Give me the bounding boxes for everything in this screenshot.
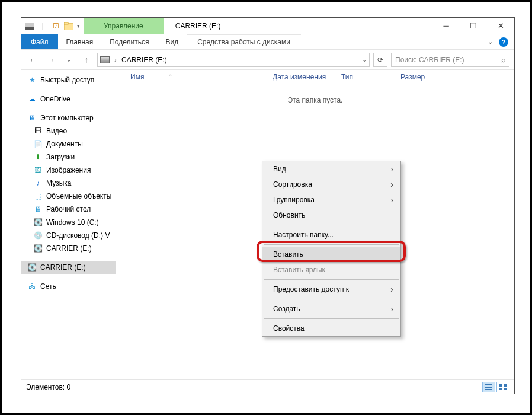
- nav-up-button[interactable]: ↑: [79, 53, 94, 67]
- minimize-button[interactable]: ─: [432, 18, 460, 34]
- chevron-right-icon: ›: [390, 285, 393, 294]
- svg-rect-3: [64, 22, 68, 24]
- column-size[interactable]: Размер: [396, 73, 449, 81]
- sidebar-item-downloads[interactable]: ⬇Загрузки: [21, 151, 116, 164]
- ribbon-tab-view[interactable]: Вид: [157, 34, 187, 49]
- context-item-new[interactable]: Создать›: [262, 301, 400, 317]
- nav-back-button[interactable]: ←: [26, 53, 40, 67]
- separator: [264, 244, 399, 245]
- network-icon: 🖧: [27, 282, 37, 291]
- context-item-refresh[interactable]: Обновить: [262, 208, 400, 223]
- svg-rect-5: [485, 387, 492, 388]
- nav-history-icon[interactable]: ⌄: [62, 53, 76, 67]
- nav-forward-button[interactable]: →: [44, 53, 58, 67]
- sidebar-item-desktop[interactable]: 🖥Рабочий стол: [21, 203, 116, 216]
- drive-icon: 💽: [33, 244, 43, 253]
- address-bar[interactable]: › CARRIER (E:) ⌄: [97, 53, 370, 67]
- picture-icon: 🖼: [33, 165, 43, 175]
- ribbon-file[interactable]: Файл: [21, 34, 58, 49]
- desktop-icon: 🖥: [33, 205, 43, 214]
- separator: [264, 225, 399, 225]
- cloud-icon: ☁: [27, 94, 37, 104]
- column-headers: Имя⌃ Дата изменения Тип Размер: [116, 70, 514, 84]
- context-item-group[interactable]: Группировка›: [262, 192, 400, 208]
- context-item-paste-shortcut: Вставить ярлык: [262, 262, 400, 277]
- sidebar-item-e-drive[interactable]: 💽CARRIER (E:): [21, 242, 116, 255]
- chevron-right-icon[interactable]: ›: [114, 56, 117, 64]
- separator: [264, 299, 399, 299]
- empty-folder-text: Эта папка пуста.: [116, 96, 514, 104]
- chevron-right-icon: ›: [390, 164, 393, 174]
- sidebar-item-documents[interactable]: 📄Документы: [21, 138, 116, 151]
- column-name[interactable]: Имя⌃: [126, 73, 268, 81]
- search-icon: ⌕: [501, 56, 505, 64]
- ribbon: Файл Главная Поделиться Вид Средства раб…: [21, 34, 514, 50]
- context-item-customize[interactable]: Настроить папку...: [262, 227, 400, 242]
- sidebar-item-quick-access[interactable]: ★Быстрый доступ: [21, 74, 116, 87]
- view-toggles: [482, 382, 509, 392]
- context-item-sort[interactable]: Сортировка›: [262, 177, 400, 192]
- ribbon-tab-drive-tools[interactable]: Средства работы с дисками: [187, 34, 301, 49]
- qat: | ☑ ▾: [21, 18, 84, 34]
- breadcrumb[interactable]: CARRIER (E:): [121, 56, 167, 64]
- sidebar-item-videos[interactable]: 🎞Видео: [21, 124, 116, 138]
- qat-dropdown-icon[interactable]: ▾: [77, 23, 80, 29]
- folder-icon[interactable]: [64, 21, 73, 31]
- cube-icon: ⬚: [33, 191, 43, 201]
- close-button[interactable]: ✕: [487, 18, 514, 34]
- sidebar-item-music[interactable]: ♪Музыка: [21, 177, 116, 190]
- ribbon-expand-icon[interactable]: ⌄: [488, 38, 493, 46]
- properties-icon[interactable]: ☑: [51, 21, 60, 31]
- document-icon: 📄: [33, 139, 43, 149]
- address-dropdown-icon[interactable]: ⌄: [362, 56, 367, 63]
- column-date[interactable]: Дата изменения: [268, 73, 336, 81]
- svg-rect-9: [499, 388, 502, 390]
- context-item-properties[interactable]: Свойства: [262, 321, 400, 336]
- refresh-button[interactable]: ⟳: [373, 53, 387, 67]
- sidebar-item-3d[interactable]: ⬚Объемные объекты: [21, 190, 116, 203]
- context-item-paste[interactable]: Вставить: [262, 247, 400, 262]
- star-icon: ★: [27, 75, 37, 85]
- svg-rect-1: [25, 27, 34, 30]
- drive-icon: [25, 21, 34, 31]
- sidebar-item-this-pc[interactable]: 🖥Этот компьютер: [21, 111, 116, 124]
- sidebar-item-c-drive[interactable]: 💽Windows 10 (C:): [21, 216, 116, 229]
- context-menu: Вид› Сортировка› Группировка› Обновить Н…: [262, 161, 401, 337]
- contextual-tab-manage[interactable]: Управление: [84, 18, 164, 34]
- help-icon[interactable]: ?: [499, 37, 508, 47]
- sidebar-item-d-drive[interactable]: 💿CD-дисковод (D:) V: [21, 229, 116, 242]
- context-item-share[interactable]: Предоставить доступ к›: [262, 282, 400, 297]
- view-details-button[interactable]: [482, 382, 495, 392]
- nav-pane: ★Быстрый доступ ☁OneDrive 🖥Этот компьюте…: [21, 70, 116, 379]
- ribbon-tab-home[interactable]: Главная: [58, 34, 102, 49]
- sidebar-item-onedrive[interactable]: ☁OneDrive: [21, 92, 116, 106]
- chevron-right-icon: ›: [390, 180, 393, 189]
- search-input[interactable]: Поиск: CARRIER (E:) ⌕: [391, 53, 509, 67]
- video-icon: 🎞: [33, 126, 43, 136]
- pc-icon: 🖥: [27, 113, 37, 123]
- separator: [264, 279, 399, 280]
- content-pane[interactable]: Имя⌃ Дата изменения Тип Размер Эта папка…: [116, 70, 514, 379]
- sort-icon: ⌃: [168, 74, 172, 80]
- separator: [264, 318, 399, 319]
- drive-icon: 💽: [33, 218, 43, 227]
- svg-rect-6: [485, 389, 492, 390]
- maximize-button[interactable]: ☐: [460, 18, 487, 34]
- chevron-right-icon: ›: [390, 304, 393, 314]
- search-placeholder: Поиск: CARRIER (E:): [395, 56, 464, 64]
- sidebar-item-network[interactable]: 🖧Сеть: [21, 280, 116, 293]
- status-bar: Элементов: 0: [21, 379, 514, 394]
- sidebar-item-pictures[interactable]: 🖼Изображения: [21, 164, 116, 177]
- drive-icon: 💽: [27, 263, 37, 272]
- svg-rect-8: [504, 384, 507, 387]
- view-icons-button[interactable]: [496, 382, 509, 392]
- window-title: CARRIER (E:): [164, 18, 432, 34]
- context-item-view[interactable]: Вид›: [262, 161, 400, 177]
- title-bar: | ☑ ▾ Управление CARRIER (E:) ─ ☐ ✕: [21, 18, 514, 34]
- status-item-count: Элементов: 0: [26, 383, 70, 391]
- qat-divider: |: [38, 21, 47, 31]
- sidebar-item-carrier-selected[interactable]: 💽CARRIER (E:): [21, 261, 116, 274]
- ribbon-tab-share[interactable]: Поделиться: [101, 34, 157, 49]
- column-type[interactable]: Тип: [336, 73, 396, 81]
- explorer-window: | ☑ ▾ Управление CARRIER (E:) ─ ☐ ✕ Файл…: [21, 17, 515, 394]
